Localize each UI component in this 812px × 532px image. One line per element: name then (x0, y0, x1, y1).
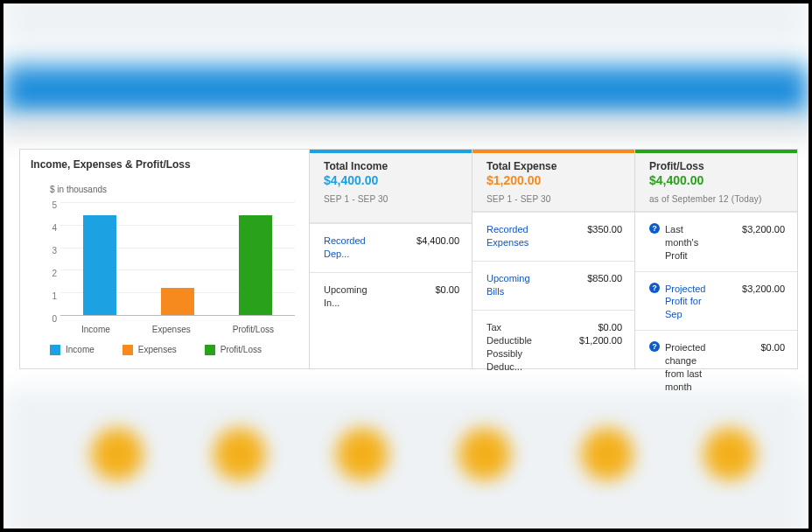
row-value: $0.00 (435, 284, 459, 297)
total-expense-card: Total Expense $1,200.00 SEP 1 - SEP 30 R… (472, 149, 635, 369)
row-value: $3,200.00 (742, 283, 785, 296)
x-label: Profit/Loss (233, 325, 274, 334)
bar-income (83, 215, 116, 315)
row-value: $3,200.00 (742, 223, 785, 236)
expense-title: Total Expense (486, 160, 624, 172)
expense-row: Tax DeductiblePossibly Deduc...$0.00$1,2… (472, 310, 634, 382)
expense-row: Upcoming Bills$850.00 (472, 261, 634, 310)
chart-title: Income, Expenses & Profit/Loss (31, 158, 298, 171)
pl-range: as of September 12 (Today) (649, 194, 787, 204)
bar-profitloss (239, 215, 272, 315)
x-label: Expenses (152, 325, 191, 334)
legend-swatch-icon (50, 345, 60, 355)
bar-expenses (161, 288, 194, 315)
profit-loss-row: ?Projected Profit for Sep$3,200.00 (635, 271, 797, 331)
row-label: Tax DeductiblePossibly Deduc... (486, 321, 531, 373)
pl-amount: $4,400.00 (649, 173, 787, 187)
row-label: Last month's Profit (665, 223, 718, 262)
row-label[interactable]: Upcoming Bills (486, 272, 525, 298)
expense-amount: $1,200.00 (486, 173, 624, 187)
row-value: $0.00$1,200.00 (579, 321, 622, 347)
bar-chart: 543210 IncomeExpensesProfit/Loss (41, 198, 295, 320)
help-icon[interactable]: ? (649, 341, 660, 352)
pl-title: Profit/Loss (649, 160, 787, 172)
row-sublabel[interactable]: Possibly Deduc... (486, 347, 531, 374)
legend-swatch-icon (122, 345, 133, 355)
row-label[interactable]: Recorded Expenses (486, 223, 538, 249)
income-amount: $4,400.00 (324, 173, 461, 187)
legend-item: Expenses (122, 345, 177, 355)
profit-loss-row: ?Last month's Profit$3,200.00 (635, 212, 797, 271)
row-label[interactable]: Projected Profit for Sep (665, 283, 718, 322)
dashboard-cards: Income, Expenses & Profit/Loss $ in thou… (19, 149, 798, 369)
help-icon[interactable]: ? (649, 223, 660, 234)
total-income-card: Total Income $4,400.00 SEP 1 - SEP 30 Re… (310, 149, 472, 369)
row-value: $850.00 (587, 272, 622, 285)
row-value: $350.00 (587, 223, 622, 236)
income-title: Total Income (324, 160, 461, 172)
legend-item: Profit/Loss (205, 345, 262, 355)
income-range: SEP 1 - SEP 30 (324, 194, 461, 204)
row-value: $0.00 (760, 341, 785, 354)
chart-panel: Income, Expenses & Profit/Loss $ in thou… (19, 149, 310, 369)
row-value: $4,400.00 (416, 234, 459, 248)
expense-range: SEP 1 - SEP 30 (486, 194, 624, 204)
legend-swatch-icon (205, 345, 215, 355)
income-row: Recorded Dep...$4,400.00 (310, 223, 472, 272)
row-label[interactable]: Recorded Dep... (324, 234, 366, 261)
row-label: Upcoming In... (324, 284, 361, 310)
row-label: Proiected change from last month (665, 341, 718, 393)
x-label: Income (81, 325, 110, 334)
y-axis-label: $ in thousands (50, 185, 298, 194)
chart-legend: IncomeExpensesProfit/Loss (50, 345, 298, 355)
help-icon[interactable]: ? (649, 283, 660, 293)
income-row: Upcoming In...$0.00 (310, 272, 472, 321)
expense-row: Recorded Expenses$350.00 (472, 212, 634, 261)
profit-loss-row: ?Proiected change from last month$0.00 (635, 330, 797, 402)
legend-item: Income (50, 345, 94, 355)
profit-loss-card: Profit/Loss $4,400.00 as of September 12… (635, 149, 798, 369)
